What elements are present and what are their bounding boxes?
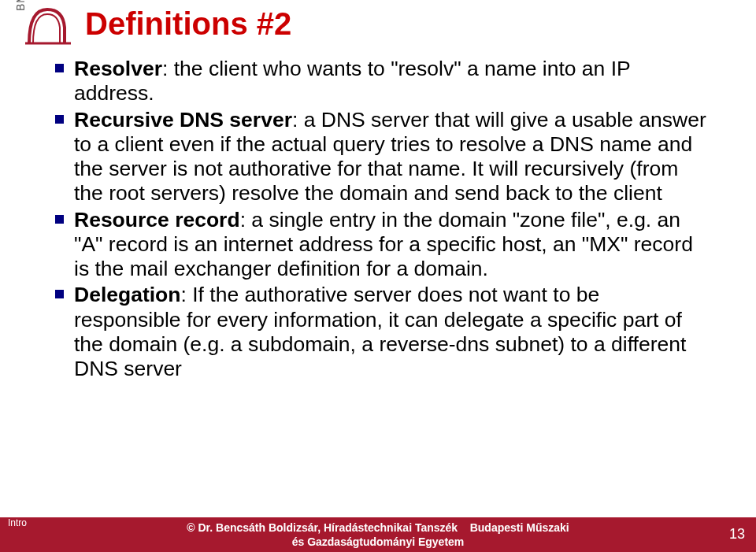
footer-copyright: © Dr. Bencsáth Boldizsár, Híradástechnik… <box>187 521 458 534</box>
term: Delegation <box>74 283 180 306</box>
bme-logo-icon <box>25 0 72 46</box>
page-number: 13 <box>729 526 745 543</box>
footer-bar: Intro © Dr. Bencsáth Boldizsár, Híradást… <box>0 517 756 552</box>
bullet-marker-icon <box>55 290 64 298</box>
footer-uni-line2: és Gazdaságtudományi Egyetem <box>292 535 465 548</box>
term: Resource record <box>74 208 240 232</box>
bullet-item: Recursive DNS server: a DNS server that … <box>55 108 709 206</box>
term: Recursive DNS server <box>74 108 292 132</box>
bullet-item: Delegation: If the authorative server do… <box>55 283 709 381</box>
bullet-marker-icon <box>55 64 64 72</box>
term: Resolver <box>74 57 162 80</box>
bullet-marker-icon <box>55 115 64 124</box>
bullet-item: Resource record: a single entry in the d… <box>55 208 709 282</box>
sidebar: BME <box>0 0 35 552</box>
content-area: Resolver: the client who wants to "resol… <box>55 57 709 383</box>
footer-uni-part1: Budapesti Műszaki <box>470 521 569 534</box>
footer-center: © Dr. Bencsáth Boldizsár, Híradástechnik… <box>0 521 756 549</box>
bullet-item: Resolver: the client who wants to "resol… <box>55 57 709 106</box>
slide-title: Definitions #2 <box>85 6 291 42</box>
bullet-marker-icon <box>55 215 64 224</box>
